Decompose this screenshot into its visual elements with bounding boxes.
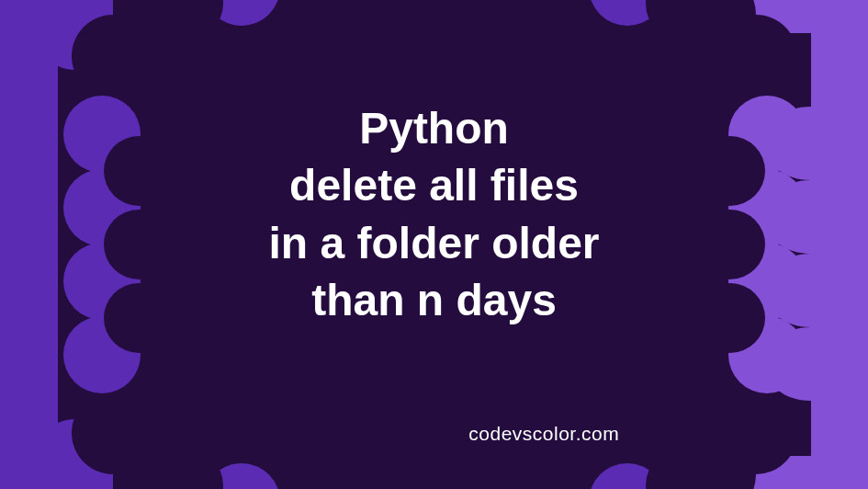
banner-title: Python delete all files in a folder olde… [159,100,710,330]
title-line-3: in a folder older [268,219,599,267]
banner-container: Python delete all files in a folder olde… [0,0,868,489]
title-line-1: Python [359,104,509,153]
svg-point-10 [715,15,797,97]
title-line-2: delete all files [289,162,579,210]
title-line-4: than n days [311,276,557,324]
footer-credit: codevscolor.com [468,423,619,445]
svg-point-2 [72,392,154,474]
svg-point-11 [715,392,797,474]
svg-point-1 [72,15,154,97]
